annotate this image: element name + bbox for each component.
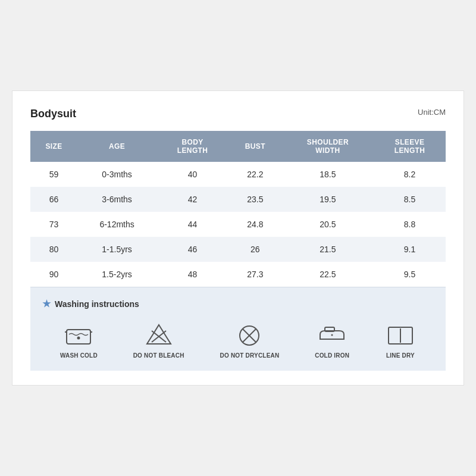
size-chart-card: Bodysuit Unit:CM SIZE AGE BODYLENGTH BUS… bbox=[12, 90, 464, 386]
washing-icons: WASH COLD DO NOT BLEACH bbox=[42, 321, 434, 359]
col-bust: BUST bbox=[228, 131, 282, 162]
size-table: SIZE AGE BODYLENGTH BUST SHOULDERWIDTH S… bbox=[30, 131, 446, 287]
line-dry-item: LINE DRY bbox=[385, 321, 416, 359]
do-not-dryclean-label: DO NOT DRYCLEAN bbox=[220, 352, 280, 359]
star-icon: ★ bbox=[42, 298, 51, 309]
card-header: Bodysuit Unit:CM bbox=[30, 108, 446, 120]
col-body-length: BODYLENGTH bbox=[156, 131, 228, 162]
table-row: 736-12mths4424.820.58.8 bbox=[30, 212, 446, 237]
cold-iron-item: COLD IRON bbox=[315, 321, 349, 359]
cold-iron-symbol bbox=[317, 321, 347, 347]
svg-point-11 bbox=[331, 334, 333, 336]
col-shoulder-width: SHOULDERWIDTH bbox=[282, 131, 374, 162]
washing-title-text: Washing instructions bbox=[55, 299, 139, 309]
col-age: AGE bbox=[77, 131, 156, 162]
wash-cold-symbol bbox=[63, 321, 94, 347]
do-not-dryclean-symbol bbox=[234, 321, 265, 347]
table-row: 901.5-2yrs4827.322.59.5 bbox=[30, 262, 446, 287]
col-size: SIZE bbox=[30, 131, 77, 162]
do-not-bleach-item: DO NOT BLEACH bbox=[133, 321, 184, 359]
do-not-bleach-label: DO NOT BLEACH bbox=[133, 352, 184, 359]
washing-title: ★ Washing instructions bbox=[42, 298, 434, 309]
table-row: 590-3mths4022.218.58.2 bbox=[30, 162, 446, 187]
do-not-dryclean-item: DO NOT DRYCLEAN bbox=[220, 321, 280, 359]
card-title: Bodysuit bbox=[30, 108, 76, 120]
svg-marker-4 bbox=[147, 325, 171, 344]
svg-point-3 bbox=[77, 337, 80, 340]
table-row: 663-6mths4223.519.58.5 bbox=[30, 187, 446, 212]
do-not-bleach-symbol bbox=[143, 321, 174, 347]
line-dry-label: LINE DRY bbox=[386, 352, 415, 359]
line-dry-symbol bbox=[385, 321, 416, 347]
col-sleeve-length: SLEEVELENGTH bbox=[374, 131, 446, 162]
table-header-row: SIZE AGE BODYLENGTH BUST SHOULDERWIDTH S… bbox=[30, 131, 446, 162]
cold-iron-label: COLD IRON bbox=[315, 352, 349, 359]
wash-cold-item: WASH COLD bbox=[60, 321, 98, 359]
table-row: 801-1.5yrs462621.59.1 bbox=[30, 237, 446, 262]
wash-cold-label: WASH COLD bbox=[60, 352, 98, 359]
unit-label: Unit:CM bbox=[418, 108, 446, 117]
washing-section: ★ Washing instructions bbox=[30, 287, 446, 371]
